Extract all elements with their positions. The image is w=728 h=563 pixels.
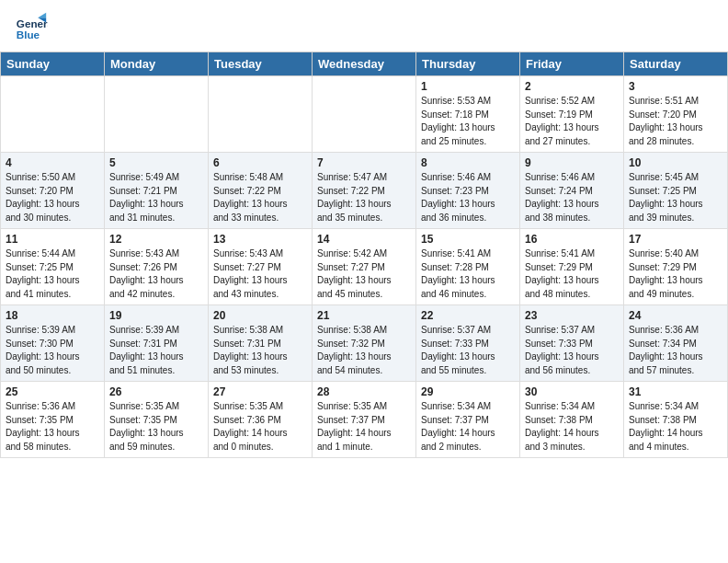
day-number: 2 <box>525 80 619 93</box>
day-number: 29 <box>421 385 515 398</box>
day-cell <box>209 76 313 153</box>
day-number: 4 <box>6 156 99 169</box>
day-info: Sunrise: 5:40 AMSunset: 7:29 PMDaylight:… <box>629 247 722 301</box>
weekday-header-row: SundayMondayTuesdayWednesdayThursdayFrid… <box>1 52 728 76</box>
day-number: 6 <box>213 156 307 169</box>
day-info: Sunrise: 5:43 AMSunset: 7:27 PMDaylight:… <box>213 247 307 301</box>
day-number: 17 <box>629 233 722 246</box>
day-number: 12 <box>109 233 203 246</box>
day-cell: 17Sunrise: 5:40 AMSunset: 7:29 PMDayligh… <box>624 229 728 305</box>
day-number: 27 <box>213 385 307 398</box>
day-info: Sunrise: 5:34 AMSunset: 7:37 PMDaylight:… <box>421 400 515 454</box>
day-number: 10 <box>629 156 722 169</box>
day-info: Sunrise: 5:45 AMSunset: 7:25 PMDaylight:… <box>629 171 722 224</box>
day-cell: 7Sunrise: 5:47 AMSunset: 7:22 PMDaylight… <box>313 153 416 229</box>
day-cell: 15Sunrise: 5:41 AMSunset: 7:28 PMDayligh… <box>416 229 520 305</box>
day-cell: 14Sunrise: 5:42 AMSunset: 7:27 PMDayligh… <box>313 229 416 305</box>
day-number: 15 <box>421 233 515 246</box>
week-row-4: 18Sunrise: 5:39 AMSunset: 7:30 PMDayligh… <box>1 305 728 382</box>
day-info: Sunrise: 5:35 AMSunset: 7:37 PMDaylight:… <box>317 400 411 454</box>
day-info: Sunrise: 5:36 AMSunset: 7:34 PMDaylight:… <box>629 324 722 377</box>
day-cell: 6Sunrise: 5:48 AMSunset: 7:22 PMDaylight… <box>209 153 313 229</box>
day-cell: 21Sunrise: 5:38 AMSunset: 7:32 PMDayligh… <box>313 305 416 382</box>
logo-icon: General Blue <box>15 11 48 44</box>
day-cell <box>105 76 209 153</box>
day-number: 28 <box>317 385 411 398</box>
day-info: Sunrise: 5:53 AMSunset: 7:18 PMDaylight:… <box>421 95 515 148</box>
day-cell: 5Sunrise: 5:49 AMSunset: 7:21 PMDaylight… <box>105 153 209 229</box>
day-cell: 12Sunrise: 5:43 AMSunset: 7:26 PMDayligh… <box>105 229 209 305</box>
day-cell: 2Sunrise: 5:52 AMSunset: 7:19 PMDaylight… <box>520 76 624 153</box>
svg-text:Blue: Blue <box>17 29 40 40</box>
day-info: Sunrise: 5:43 AMSunset: 7:26 PMDaylight:… <box>109 247 203 301</box>
day-cell: 20Sunrise: 5:38 AMSunset: 7:31 PMDayligh… <box>209 305 313 382</box>
day-info: Sunrise: 5:41 AMSunset: 7:28 PMDaylight:… <box>421 247 515 301</box>
day-cell: 1Sunrise: 5:53 AMSunset: 7:18 PMDaylight… <box>416 76 520 153</box>
day-number: 13 <box>213 233 307 246</box>
day-cell: 16Sunrise: 5:41 AMSunset: 7:29 PMDayligh… <box>520 229 624 305</box>
day-cell: 26Sunrise: 5:35 AMSunset: 7:35 PMDayligh… <box>105 382 209 458</box>
day-info: Sunrise: 5:38 AMSunset: 7:31 PMDaylight:… <box>213 324 307 377</box>
day-info: Sunrise: 5:35 AMSunset: 7:35 PMDaylight:… <box>109 400 203 454</box>
day-cell: 25Sunrise: 5:36 AMSunset: 7:35 PMDayligh… <box>1 382 105 458</box>
day-info: Sunrise: 5:52 AMSunset: 7:19 PMDaylight:… <box>525 95 619 148</box>
day-number: 20 <box>213 309 307 322</box>
day-info: Sunrise: 5:37 AMSunset: 7:33 PMDaylight:… <box>525 324 619 377</box>
day-number: 23 <box>525 309 619 322</box>
day-info: Sunrise: 5:41 AMSunset: 7:29 PMDaylight:… <box>525 247 619 301</box>
day-info: Sunrise: 5:42 AMSunset: 7:27 PMDaylight:… <box>317 247 411 301</box>
day-number: 24 <box>629 309 722 322</box>
day-cell: 13Sunrise: 5:43 AMSunset: 7:27 PMDayligh… <box>209 229 313 305</box>
day-cell: 8Sunrise: 5:46 AMSunset: 7:23 PMDaylight… <box>416 153 520 229</box>
day-number: 22 <box>421 309 515 322</box>
day-info: Sunrise: 5:49 AMSunset: 7:21 PMDaylight:… <box>109 171 203 224</box>
day-number: 1 <box>421 80 515 93</box>
day-info: Sunrise: 5:47 AMSunset: 7:22 PMDaylight:… <box>317 171 411 224</box>
page-header: General Blue <box>0 0 728 48</box>
day-info: Sunrise: 5:44 AMSunset: 7:25 PMDaylight:… <box>6 247 99 301</box>
day-cell: 27Sunrise: 5:35 AMSunset: 7:36 PMDayligh… <box>209 382 313 458</box>
weekday-header-wednesday: Wednesday <box>313 52 416 76</box>
day-cell: 24Sunrise: 5:36 AMSunset: 7:34 PMDayligh… <box>624 305 728 382</box>
week-row-5: 25Sunrise: 5:36 AMSunset: 7:35 PMDayligh… <box>1 382 728 458</box>
day-cell: 28Sunrise: 5:35 AMSunset: 7:37 PMDayligh… <box>313 382 416 458</box>
day-cell: 31Sunrise: 5:34 AMSunset: 7:38 PMDayligh… <box>624 382 728 458</box>
day-info: Sunrise: 5:46 AMSunset: 7:24 PMDaylight:… <box>525 171 619 224</box>
day-info: Sunrise: 5:48 AMSunset: 7:22 PMDaylight:… <box>213 171 307 224</box>
day-cell: 22Sunrise: 5:37 AMSunset: 7:33 PMDayligh… <box>416 305 520 382</box>
weekday-header-saturday: Saturday <box>624 52 728 76</box>
weekday-header-sunday: Sunday <box>1 52 105 76</box>
day-number: 9 <box>525 156 619 169</box>
calendar-table: SundayMondayTuesdayWednesdayThursdayFrid… <box>0 52 728 458</box>
day-info: Sunrise: 5:39 AMSunset: 7:31 PMDaylight:… <box>109 324 203 377</box>
day-info: Sunrise: 5:46 AMSunset: 7:23 PMDaylight:… <box>421 171 515 224</box>
day-info: Sunrise: 5:34 AMSunset: 7:38 PMDaylight:… <box>629 400 722 454</box>
weekday-header-tuesday: Tuesday <box>209 52 313 76</box>
weekday-header-friday: Friday <box>520 52 624 76</box>
day-number: 19 <box>109 309 203 322</box>
day-cell: 11Sunrise: 5:44 AMSunset: 7:25 PMDayligh… <box>1 229 105 305</box>
day-info: Sunrise: 5:37 AMSunset: 7:33 PMDaylight:… <box>421 324 515 377</box>
day-number: 7 <box>317 156 411 169</box>
week-row-3: 11Sunrise: 5:44 AMSunset: 7:25 PMDayligh… <box>1 229 728 305</box>
week-row-1: 1Sunrise: 5:53 AMSunset: 7:18 PMDaylight… <box>1 76 728 153</box>
day-cell <box>313 76 416 153</box>
day-number: 31 <box>629 385 722 398</box>
svg-marker-3 <box>38 13 46 17</box>
day-number: 16 <box>525 233 619 246</box>
day-cell: 18Sunrise: 5:39 AMSunset: 7:30 PMDayligh… <box>1 305 105 382</box>
day-cell: 29Sunrise: 5:34 AMSunset: 7:37 PMDayligh… <box>416 382 520 458</box>
day-info: Sunrise: 5:34 AMSunset: 7:38 PMDaylight:… <box>525 400 619 454</box>
day-cell: 9Sunrise: 5:46 AMSunset: 7:24 PMDaylight… <box>520 153 624 229</box>
day-cell: 19Sunrise: 5:39 AMSunset: 7:31 PMDayligh… <box>105 305 209 382</box>
day-number: 30 <box>525 385 619 398</box>
day-cell: 23Sunrise: 5:37 AMSunset: 7:33 PMDayligh… <box>520 305 624 382</box>
logo: General Blue <box>15 11 50 44</box>
day-info: Sunrise: 5:51 AMSunset: 7:20 PMDaylight:… <box>629 95 722 148</box>
day-cell: 30Sunrise: 5:34 AMSunset: 7:38 PMDayligh… <box>520 382 624 458</box>
day-number: 18 <box>6 309 99 322</box>
day-number: 21 <box>317 309 411 322</box>
day-number: 11 <box>6 233 99 246</box>
day-number: 8 <box>421 156 515 169</box>
day-cell: 3Sunrise: 5:51 AMSunset: 7:20 PMDaylight… <box>624 76 728 153</box>
